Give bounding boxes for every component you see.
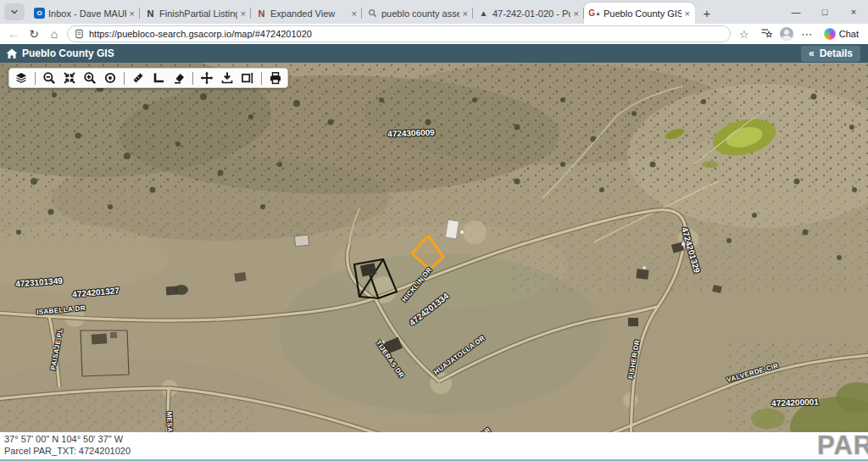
tab-title: Inbox - Dave MAURO - Outlo — [48, 8, 126, 19]
locate-button[interactable] — [103, 71, 117, 85]
app-title: Pueblo County GIS — [22, 47, 114, 59]
gis-favicon: G▲ — [589, 8, 600, 19]
close-icon[interactable]: × — [130, 8, 135, 19]
street-label: MESA — [165, 411, 174, 432]
map-canvas[interactable]: 4724306009 4723101349 4724201327 4724201… — [0, 63, 868, 432]
toolbar-divider — [35, 72, 36, 85]
close-icon[interactable]: × — [463, 8, 468, 19]
browser-window: { "browser": { "tabs": [ {"title": "Inbo… — [0, 0, 868, 461]
collections-icon[interactable] — [758, 27, 775, 41]
back-button[interactable]: ← — [6, 28, 21, 40]
close-window-button[interactable]: × — [839, 0, 868, 24]
home-button[interactable]: ⌂ — [47, 28, 62, 40]
cursor-coordinates: 37° 57' 00" N 104° 50' 37" W — [4, 433, 864, 445]
favorite-star-icon[interactable]: ☆ — [736, 28, 753, 41]
download-icon — [220, 71, 234, 85]
layers-button[interactable] — [14, 71, 28, 85]
parcel-label: 4724306009 — [387, 128, 435, 139]
browser-tab-strip: O Inbox - Dave MAURO - Outlo × N FinishP… — [0, 0, 868, 24]
zoom-out-icon — [42, 71, 56, 85]
new-tab-button[interactable]: + — [697, 3, 717, 23]
maximize-button[interactable]: □ — [810, 0, 839, 24]
extent-resize-icon — [241, 71, 254, 85]
close-icon[interactable]: × — [685, 8, 690, 19]
mountain-icon: ▲ — [478, 8, 489, 19]
pan-button[interactable] — [200, 71, 214, 85]
browser-navbar: ← ↻ ⌂ https://puebloco-search.gsacorp.io… — [0, 24, 868, 44]
settings-more-icon[interactable]: ⋯ — [798, 28, 815, 41]
print-extent-button[interactable] — [241, 71, 254, 85]
home-icon — [6, 48, 18, 59]
tab-title: FinishPartial Listing — [159, 8, 237, 19]
site-info-icon — [75, 29, 84, 39]
zoom-in-icon — [83, 71, 97, 85]
tab-expanded-view[interactable]: N Expanded View × — [251, 3, 362, 24]
layers-icon — [14, 71, 28, 85]
chat-label: Chat — [839, 29, 859, 39]
tab-assessor-search[interactable]: pueblo county assessor real p × — [362, 3, 473, 24]
url-text: https://puebloco-search.gsacorp.io/map/#… — [89, 29, 312, 39]
map-status-bar: 37° 57' 00" N 104° 50' 37" W Parcel PAR_… — [0, 432, 868, 459]
collapse-arrows-icon — [63, 71, 76, 85]
print-button[interactable] — [269, 71, 282, 85]
tab-title: pueblo county assessor real p — [381, 8, 459, 19]
tab-title: 47-242-01-020 - Pueblo Cou — [492, 8, 570, 19]
printer-icon — [269, 71, 282, 85]
tab-inbox-outlook[interactable]: O Inbox - Dave MAURO - Outlo × — [29, 3, 140, 24]
outlook-icon: O — [34, 8, 45, 19]
zoom-in-button[interactable] — [83, 71, 97, 85]
details-label: Details — [820, 47, 853, 59]
tab-title: Expanded View — [270, 8, 348, 19]
copilot-icon — [824, 28, 836, 40]
ruler-icon — [131, 71, 145, 85]
measure-angle-button[interactable] — [152, 71, 165, 85]
address-bar[interactable]: https://puebloco-search.gsacorp.io/map/#… — [67, 25, 731, 42]
profile-avatar[interactable] — [780, 27, 793, 41]
refresh-button[interactable]: ↻ — [26, 28, 42, 40]
toolbar-divider — [261, 72, 262, 85]
gis-app-header: Pueblo County GIS « Details — [0, 44, 868, 63]
tab-search-button[interactable] — [4, 3, 25, 20]
close-icon[interactable]: × — [241, 8, 246, 19]
document-icon: N — [145, 8, 156, 19]
close-icon[interactable]: × — [352, 8, 357, 19]
tab-parcel-47-242-01-020[interactable]: ▲ 47-242-01-020 - Pueblo Cou × — [473, 3, 584, 24]
angle-icon — [152, 71, 165, 85]
eraser-icon — [172, 71, 186, 85]
edge-chat-button[interactable]: Chat — [821, 28, 862, 40]
selected-parcel-text: Parcel PAR_TXT: 4724201020 — [4, 445, 864, 457]
measure-distance-button[interactable] — [131, 71, 145, 85]
window-controls: — □ × — [782, 0, 868, 24]
download-button[interactable] — [220, 71, 234, 85]
zoom-out-button[interactable] — [42, 71, 56, 85]
tab-pueblo-county-gis[interactable]: G▲ Pueblo County GIS × — [584, 3, 695, 24]
toolbar-divider — [192, 72, 193, 85]
parcel-watermark: PAR — [817, 430, 868, 461]
minimize-button[interactable]: — — [782, 0, 810, 24]
close-icon[interactable]: × — [574, 8, 579, 19]
tab-finishpartial-listing[interactable]: N FinishPartial Listing × — [140, 3, 251, 24]
toolbar-divider — [124, 72, 125, 85]
chevron-down-icon — [10, 8, 19, 16]
map-toolbar — [8, 68, 288, 88]
document-icon: N — [256, 8, 267, 19]
erase-button[interactable] — [172, 71, 186, 85]
search-icon — [367, 8, 378, 19]
move-arrows-icon — [200, 71, 214, 85]
zoom-extent-button[interactable] — [63, 71, 76, 85]
bullseye-icon — [103, 71, 117, 85]
chevron-left-icon: « — [809, 47, 815, 59]
details-panel-toggle[interactable]: « Details — [801, 46, 860, 62]
parcel-label: 4724200001 — [771, 397, 819, 408]
tab-title: Pueblo County GIS — [604, 8, 682, 19]
